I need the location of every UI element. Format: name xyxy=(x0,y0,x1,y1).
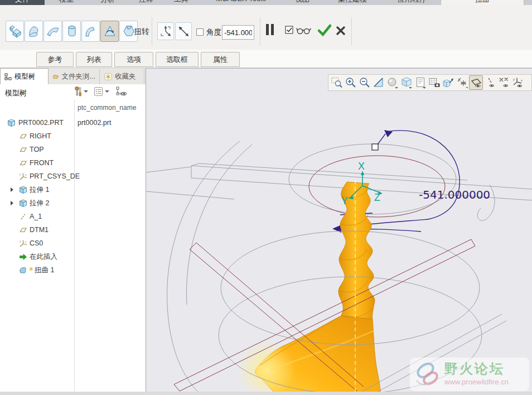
tree-row-dtm1[interactable]: DTM1 xyxy=(0,223,146,237)
expand-arrow-icon[interactable] xyxy=(11,187,13,192)
warp-twist-button[interactable] xyxy=(100,21,119,42)
tree-row-part[interactable]: PRT0002.PRT prt0002.prt xyxy=(0,116,146,129)
tab-applications[interactable]: 应用程序 xyxy=(384,0,441,5)
zoom-box-icon xyxy=(331,76,343,89)
folder-icon xyxy=(53,73,59,80)
angle-input[interactable] xyxy=(222,25,254,40)
accept-button[interactable] xyxy=(317,23,332,37)
graphics-toolbar: y x xyxy=(328,74,532,91)
preview-glasses-button[interactable] xyxy=(296,26,312,35)
separator xyxy=(260,17,260,45)
tab-model[interactable]: 模型 xyxy=(49,0,84,5)
axis-display-toggle[interactable] xyxy=(483,75,497,90)
warped-model[interactable] xyxy=(238,182,381,395)
warp-dashboard: 扭转 角度 xyxy=(0,5,532,50)
csys-icon: y x xyxy=(19,172,27,181)
view-manager-button[interactable] xyxy=(413,75,427,90)
warp-bend-button[interactable] xyxy=(81,21,100,42)
twist-center-button[interactable] xyxy=(157,22,174,40)
navigator-tab-model-tree[interactable]: 模型树 xyxy=(0,68,49,84)
drag-handle[interactable] xyxy=(372,144,378,150)
display-style-button[interactable] xyxy=(399,75,413,90)
graphics-viewport[interactable]: -541.000000 X Z Y xyxy=(146,68,532,395)
separator xyxy=(152,17,152,45)
svg-text:y: y xyxy=(20,172,21,176)
navigator-tab-folder-browser[interactable]: 文件夹浏... xyxy=(49,69,100,84)
zoom-box-button[interactable] xyxy=(330,75,344,90)
tab-tools[interactable]: 工具 xyxy=(165,0,197,5)
angle-label: 角度 xyxy=(206,27,221,37)
warp-icon xyxy=(27,24,41,38)
capture-button[interactable] xyxy=(427,75,441,90)
plane-display-toggle[interactable] xyxy=(469,75,483,90)
dashboard-tab-list[interactable]: 列表 xyxy=(76,52,112,67)
dashboard-tab-properties[interactable]: 属性 xyxy=(201,52,240,67)
stretch-icon xyxy=(65,24,79,38)
insert-arrow-icon xyxy=(19,253,27,261)
zoom-in-button[interactable] xyxy=(344,75,357,90)
watermark-url: www.proewildfire.cn xyxy=(444,378,509,386)
dimension-label[interactable]: -541.000000 xyxy=(419,188,490,201)
annotations-button[interactable] xyxy=(441,75,455,90)
tree-row-csys-default[interactable]: y x PRT_CSYS_DE xyxy=(0,170,146,183)
refit-button[interactable] xyxy=(371,75,385,90)
model-tree-header: 模型树 xyxy=(0,84,146,100)
cancel-button[interactable] xyxy=(335,25,346,36)
navigator-tab-favorites[interactable]: 收藏夹 xyxy=(100,69,144,84)
expand-arrow-icon[interactable] xyxy=(11,201,13,205)
zoom-out-button[interactable] xyxy=(357,75,371,90)
tab-view[interactable]: 视图 xyxy=(283,0,321,5)
warp-stretch-button[interactable] xyxy=(62,21,81,42)
preview-checkbox[interactable] xyxy=(285,26,294,35)
tree-row-top-plane[interactable]: TOP xyxy=(0,143,146,156)
tree-row-extrude-1[interactable]: 拉伸 1 xyxy=(0,183,146,196)
warp-transform-button[interactable] xyxy=(6,21,24,42)
tree-tools-button[interactable] xyxy=(72,86,88,97)
tree-row-warp-1[interactable]: ✳ 扭曲 1 xyxy=(0,263,146,277)
watermark-logo-icon xyxy=(412,358,444,391)
spine-icon xyxy=(46,24,60,38)
tree-row-axis[interactable]: A_1 xyxy=(0,210,146,223)
datum-plane-icon xyxy=(19,132,27,141)
glasses-icon xyxy=(296,26,312,35)
shading-mode-button[interactable] xyxy=(385,75,399,90)
triad-z-label: Z xyxy=(374,192,380,203)
datum-display-button[interactable] xyxy=(455,75,469,90)
tab-warp-active[interactable]: 扭曲 xyxy=(441,0,524,5)
warp-warp-button[interactable] xyxy=(25,21,43,42)
triad-y-label: Y xyxy=(341,195,348,206)
tab-flexible-modeling[interactable]: 柔性建模 xyxy=(325,0,380,5)
dashboard-tab-marquee[interactable]: 选取框 xyxy=(156,52,199,67)
watermark-title: 野火论坛 xyxy=(444,360,505,378)
tree-row-cs0[interactable]: y x CS0 xyxy=(0,237,146,250)
pause-icon xyxy=(265,23,274,36)
pause-button[interactable] xyxy=(265,23,274,36)
tree-row-insert-here[interactable]: 在此插入 xyxy=(0,250,146,263)
tree-columns-button[interactable] xyxy=(116,86,127,97)
dashboard-tab-references[interactable]: 参考 xyxy=(36,52,74,67)
tree-row-front-plane[interactable]: FRONT xyxy=(0,156,146,170)
model-tree: PRT0002.PRT prt0002.prt RIGHT TOP FRONT xyxy=(0,116,146,277)
point-display-icon xyxy=(498,76,510,89)
tab-annotate[interactable]: 注释 xyxy=(129,0,163,5)
point-display-toggle[interactable] xyxy=(497,75,511,90)
twist-axis-button[interactable] xyxy=(175,22,192,40)
capture-icon xyxy=(428,76,441,89)
axis-icon xyxy=(19,213,27,221)
navigator-tab-bar: 模型树 文件夹浏... 收藏夹 xyxy=(0,68,146,84)
svg-text:y: y xyxy=(20,239,21,243)
tab-mcadex-tools[interactable]: MCADEX Tools xyxy=(202,0,280,5)
dashboard-tab-options[interactable]: 选项 xyxy=(114,52,153,67)
tree-row-extrude-2[interactable]: 拉伸 2 xyxy=(0,196,146,210)
bend-icon xyxy=(84,24,98,38)
warp-feature-icon xyxy=(19,266,27,274)
accept-check-icon xyxy=(317,23,332,37)
tab-file[interactable]: 文件 xyxy=(0,0,45,5)
angle-checkbox[interactable] xyxy=(196,28,204,36)
csys-display-toggle[interactable]: y x xyxy=(511,75,525,90)
warp-spine-button[interactable] xyxy=(43,21,62,42)
tree-row-right-plane[interactable]: RIGHT xyxy=(0,129,146,143)
tree-filters-button[interactable] xyxy=(94,86,109,97)
tab-analysis[interactable]: 分析 xyxy=(89,0,126,5)
svg-text:x: x xyxy=(25,173,27,176)
